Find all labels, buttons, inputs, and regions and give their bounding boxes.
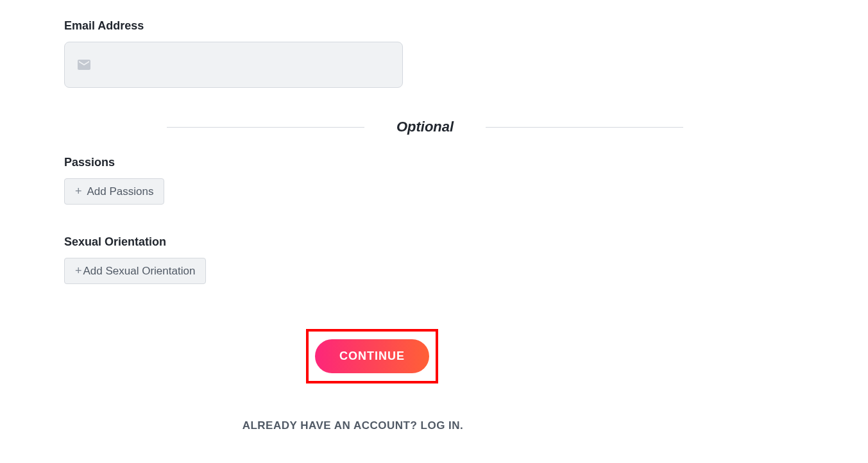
passions-section: Passions + Add Passions — [64, 156, 706, 205]
login-line: ALREADY HAVE AN ACCOUNT? LOG IN. — [0, 419, 706, 432]
login-link[interactable]: LOG IN. — [421, 419, 464, 432]
orientation-section: Sexual Orientation + Add Sexual Orientat… — [64, 235, 706, 284]
email-section: Email Address — [64, 19, 706, 88]
email-input[interactable] — [92, 58, 391, 72]
email-icon — [76, 57, 92, 72]
continue-highlight-box: CONTINUE — [306, 329, 438, 383]
login-prompt: ALREADY HAVE AN ACCOUNT? — [243, 419, 421, 432]
orientation-label: Sexual Orientation — [64, 235, 706, 249]
email-label: Email Address — [64, 19, 706, 33]
plus-icon: + — [75, 264, 82, 278]
continue-wrapper: CONTINUE — [0, 329, 706, 383]
continue-button[interactable]: CONTINUE — [315, 339, 429, 373]
add-passions-text: Add Passions — [87, 185, 154, 198]
add-orientation-text: Add Sexual Orientation — [83, 265, 196, 278]
divider-line-right — [486, 127, 683, 128]
divider-line-left — [167, 127, 364, 128]
add-passions-button[interactable]: + Add Passions — [64, 178, 164, 205]
add-orientation-button[interactable]: + Add Sexual Orientation — [64, 258, 206, 284]
plus-icon: + — [75, 185, 82, 198]
email-input-wrapper[interactable] — [64, 42, 403, 88]
optional-label: Optional — [396, 119, 454, 135]
passions-label: Passions — [64, 156, 706, 169]
optional-divider: Optional — [64, 119, 683, 135]
